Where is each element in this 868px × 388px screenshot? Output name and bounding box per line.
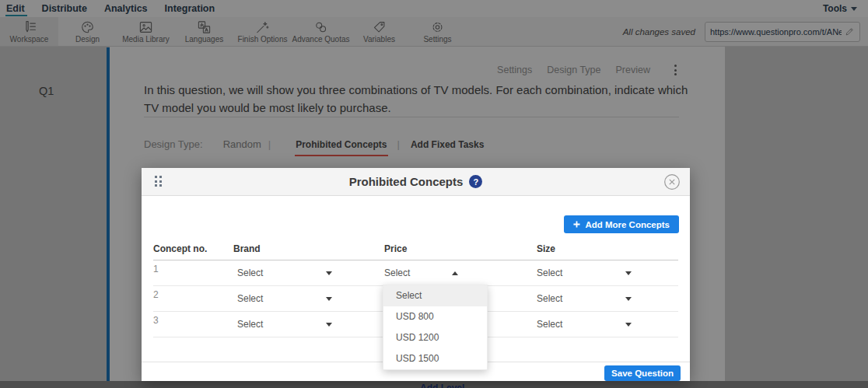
- select-value: Select: [384, 267, 410, 278]
- dropdown-option[interactable]: USD 800: [383, 306, 487, 327]
- chevron-down-icon: [625, 271, 632, 275]
- modal-title-wrap: Prohibited Concepts ?: [142, 168, 690, 195]
- col-header-brand: Brand: [233, 243, 384, 254]
- select-value: Select: [237, 319, 263, 330]
- select-value: Select: [537, 319, 562, 330]
- select-value: Select: [237, 267, 263, 278]
- concept-number: 3: [153, 312, 233, 326]
- concept-number: 1: [153, 260, 233, 274]
- price-dropdown-panel: Select USD 800 USD 1200 USD 1500: [383, 285, 488, 370]
- size-select-row3[interactable]: Select: [537, 319, 632, 330]
- select-value: Select: [237, 293, 263, 304]
- concept-number: 2: [153, 286, 233, 300]
- col-header-price: Price: [384, 243, 537, 254]
- select-value: Select: [537, 293, 562, 304]
- add-more-concepts-button[interactable]: Add More Concepts: [564, 215, 679, 233]
- select-value: Select: [537, 267, 562, 278]
- modal-title: Prohibited Concepts: [349, 175, 464, 188]
- plus-icon: [573, 221, 580, 228]
- dropdown-option[interactable]: USD 1500: [383, 348, 487, 369]
- chevron-down-icon: [625, 297, 632, 301]
- size-select-row1[interactable]: Select: [537, 267, 632, 278]
- chevron-down-icon: [326, 271, 332, 275]
- table-header-row: Concept no. Brand Price Size: [153, 243, 678, 260]
- dropdown-option[interactable]: USD 1200: [383, 327, 487, 348]
- chevron-up-icon: [452, 271, 458, 275]
- add-more-concepts-label: Add More Concepts: [585, 220, 670, 229]
- modal-header: Prohibited Concepts ?: [142, 168, 690, 196]
- help-icon[interactable]: ?: [469, 175, 482, 188]
- col-header-size: Size: [537, 243, 678, 254]
- table-row: 1 Select Select Select: [153, 260, 678, 286]
- dropdown-option[interactable]: Select: [383, 285, 487, 306]
- chevron-down-icon: [625, 323, 632, 327]
- brand-select-row3[interactable]: Select: [237, 319, 332, 330]
- prohibited-concepts-modal: Prohibited Concepts ? Add More Concepts …: [142, 168, 690, 381]
- save-question-button[interactable]: Save Question: [604, 365, 681, 381]
- col-header-concept-no: Concept no.: [153, 243, 233, 254]
- price-select-row1[interactable]: Select: [384, 267, 458, 278]
- chevron-down-icon: [326, 323, 332, 327]
- brand-select-row2[interactable]: Select: [237, 293, 332, 304]
- close-icon[interactable]: [663, 173, 681, 191]
- size-select-row2[interactable]: Select: [537, 293, 632, 304]
- brand-select-row1[interactable]: Select: [237, 267, 332, 278]
- chevron-down-icon: [326, 297, 332, 301]
